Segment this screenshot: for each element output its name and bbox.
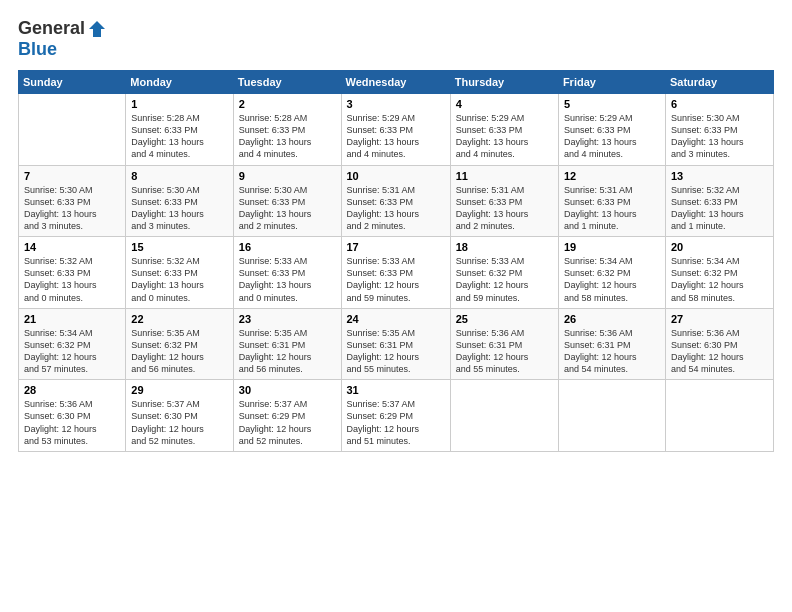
day-number: 27 bbox=[671, 313, 768, 325]
day-info-line: Sunrise: 5:33 AM bbox=[347, 255, 445, 267]
day-info-line: Daylight: 13 hours bbox=[564, 136, 660, 148]
calendar-header-wednesday: Wednesday bbox=[341, 71, 450, 94]
calendar-cell: 12Sunrise: 5:31 AMSunset: 6:33 PMDayligh… bbox=[558, 165, 665, 237]
calendar-cell: 13Sunrise: 5:32 AMSunset: 6:33 PMDayligh… bbox=[665, 165, 773, 237]
calendar-cell: 14Sunrise: 5:32 AMSunset: 6:33 PMDayligh… bbox=[19, 237, 126, 309]
day-info-line: and 55 minutes. bbox=[456, 363, 553, 375]
day-info-line: Sunset: 6:32 PM bbox=[456, 267, 553, 279]
day-number: 19 bbox=[564, 241, 660, 253]
day-info-line: Sunrise: 5:33 AM bbox=[239, 255, 336, 267]
day-info-line: Sunrise: 5:29 AM bbox=[564, 112, 660, 124]
day-info-line: Sunset: 6:32 PM bbox=[564, 267, 660, 279]
day-info-line: Daylight: 13 hours bbox=[239, 136, 336, 148]
day-info-line: and 2 minutes. bbox=[347, 220, 445, 232]
calendar-cell: 29Sunrise: 5:37 AMSunset: 6:30 PMDayligh… bbox=[126, 380, 233, 452]
calendar-week-row: 14Sunrise: 5:32 AMSunset: 6:33 PMDayligh… bbox=[19, 237, 774, 309]
day-info-line: and 1 minute. bbox=[564, 220, 660, 232]
calendar-cell: 5Sunrise: 5:29 AMSunset: 6:33 PMDaylight… bbox=[558, 94, 665, 166]
day-number: 8 bbox=[131, 170, 227, 182]
day-info-line: Daylight: 13 hours bbox=[24, 279, 120, 291]
calendar-cell: 30Sunrise: 5:37 AMSunset: 6:29 PMDayligh… bbox=[233, 380, 341, 452]
day-info-line: and 2 minutes. bbox=[456, 220, 553, 232]
day-info-line: Sunrise: 5:35 AM bbox=[131, 327, 227, 339]
calendar-cell: 24Sunrise: 5:35 AMSunset: 6:31 PMDayligh… bbox=[341, 308, 450, 380]
calendar-cell: 21Sunrise: 5:34 AMSunset: 6:32 PMDayligh… bbox=[19, 308, 126, 380]
day-info-line: Sunset: 6:33 PM bbox=[24, 196, 120, 208]
day-info-line: Sunset: 6:30 PM bbox=[24, 410, 120, 422]
day-info-line: Sunset: 6:31 PM bbox=[347, 339, 445, 351]
calendar-cell: 15Sunrise: 5:32 AMSunset: 6:33 PMDayligh… bbox=[126, 237, 233, 309]
day-info-line: and 52 minutes. bbox=[131, 435, 227, 447]
calendar-cell bbox=[665, 380, 773, 452]
day-info-line: and 57 minutes. bbox=[24, 363, 120, 375]
day-number: 26 bbox=[564, 313, 660, 325]
calendar-cell bbox=[19, 94, 126, 166]
day-info-line: Sunrise: 5:34 AM bbox=[671, 255, 768, 267]
day-info-line: and 3 minutes. bbox=[24, 220, 120, 232]
day-info-line: Sunset: 6:32 PM bbox=[24, 339, 120, 351]
day-number: 30 bbox=[239, 384, 336, 396]
day-info-line: and 59 minutes. bbox=[456, 292, 553, 304]
day-number: 9 bbox=[239, 170, 336, 182]
calendar-header-sunday: Sunday bbox=[19, 71, 126, 94]
day-info-line: and 54 minutes. bbox=[564, 363, 660, 375]
day-number: 11 bbox=[456, 170, 553, 182]
day-info-line: and 4 minutes. bbox=[131, 148, 227, 160]
day-info-line: Sunset: 6:30 PM bbox=[131, 410, 227, 422]
calendar-cell: 22Sunrise: 5:35 AMSunset: 6:32 PMDayligh… bbox=[126, 308, 233, 380]
calendar-header-tuesday: Tuesday bbox=[233, 71, 341, 94]
day-info-line: and 4 minutes. bbox=[347, 148, 445, 160]
calendar-cell: 19Sunrise: 5:34 AMSunset: 6:32 PMDayligh… bbox=[558, 237, 665, 309]
calendar-cell: 8Sunrise: 5:30 AMSunset: 6:33 PMDaylight… bbox=[126, 165, 233, 237]
day-info-line: Sunset: 6:29 PM bbox=[239, 410, 336, 422]
calendar-cell: 2Sunrise: 5:28 AMSunset: 6:33 PMDaylight… bbox=[233, 94, 341, 166]
calendar-week-row: 28Sunrise: 5:36 AMSunset: 6:30 PMDayligh… bbox=[19, 380, 774, 452]
calendar-cell: 28Sunrise: 5:36 AMSunset: 6:30 PMDayligh… bbox=[19, 380, 126, 452]
calendar-table: SundayMondayTuesdayWednesdayThursdayFrid… bbox=[18, 70, 774, 452]
day-info-line: Sunset: 6:33 PM bbox=[239, 196, 336, 208]
day-info-line: Sunset: 6:33 PM bbox=[131, 267, 227, 279]
calendar-cell: 17Sunrise: 5:33 AMSunset: 6:33 PMDayligh… bbox=[341, 237, 450, 309]
day-info-line: Sunrise: 5:28 AM bbox=[131, 112, 227, 124]
day-info-line: Daylight: 12 hours bbox=[347, 423, 445, 435]
day-info-line: and 0 minutes. bbox=[131, 292, 227, 304]
day-info-line: Sunrise: 5:32 AM bbox=[131, 255, 227, 267]
day-info-line: Sunrise: 5:31 AM bbox=[456, 184, 553, 196]
calendar-cell bbox=[558, 380, 665, 452]
day-info-line: Daylight: 13 hours bbox=[671, 208, 768, 220]
day-number: 29 bbox=[131, 384, 227, 396]
day-info-line: Daylight: 13 hours bbox=[239, 279, 336, 291]
day-info-line: Daylight: 13 hours bbox=[671, 136, 768, 148]
day-number: 13 bbox=[671, 170, 768, 182]
day-info-line: Sunrise: 5:36 AM bbox=[671, 327, 768, 339]
calendar-week-row: 1Sunrise: 5:28 AMSunset: 6:33 PMDaylight… bbox=[19, 94, 774, 166]
day-number: 20 bbox=[671, 241, 768, 253]
day-info-line: Sunset: 6:33 PM bbox=[564, 196, 660, 208]
page-header: General Blue bbox=[18, 18, 774, 60]
day-info-line: and 59 minutes. bbox=[347, 292, 445, 304]
day-info-line: Daylight: 12 hours bbox=[24, 423, 120, 435]
day-info-line: and 52 minutes. bbox=[239, 435, 336, 447]
day-number: 4 bbox=[456, 98, 553, 110]
day-info-line: and 54 minutes. bbox=[671, 363, 768, 375]
day-info-line: Daylight: 13 hours bbox=[456, 208, 553, 220]
day-info-line: Daylight: 12 hours bbox=[347, 351, 445, 363]
day-info-line: Sunrise: 5:30 AM bbox=[671, 112, 768, 124]
day-info-line: Sunrise: 5:32 AM bbox=[671, 184, 768, 196]
day-info-line: Sunrise: 5:30 AM bbox=[239, 184, 336, 196]
calendar-week-row: 7Sunrise: 5:30 AMSunset: 6:33 PMDaylight… bbox=[19, 165, 774, 237]
calendar-cell: 11Sunrise: 5:31 AMSunset: 6:33 PMDayligh… bbox=[450, 165, 558, 237]
logo-icon bbox=[87, 19, 107, 39]
calendar-cell: 20Sunrise: 5:34 AMSunset: 6:32 PMDayligh… bbox=[665, 237, 773, 309]
day-info-line: Sunset: 6:33 PM bbox=[24, 267, 120, 279]
day-info-line: Sunset: 6:33 PM bbox=[456, 196, 553, 208]
calendar-header-saturday: Saturday bbox=[665, 71, 773, 94]
calendar-cell: 1Sunrise: 5:28 AMSunset: 6:33 PMDaylight… bbox=[126, 94, 233, 166]
day-info-line: Sunset: 6:33 PM bbox=[671, 124, 768, 136]
day-number: 3 bbox=[347, 98, 445, 110]
day-info-line: and 56 minutes. bbox=[131, 363, 227, 375]
day-info-line: and 2 minutes. bbox=[239, 220, 336, 232]
day-info-line: and 56 minutes. bbox=[239, 363, 336, 375]
day-number: 22 bbox=[131, 313, 227, 325]
calendar-cell: 27Sunrise: 5:36 AMSunset: 6:30 PMDayligh… bbox=[665, 308, 773, 380]
